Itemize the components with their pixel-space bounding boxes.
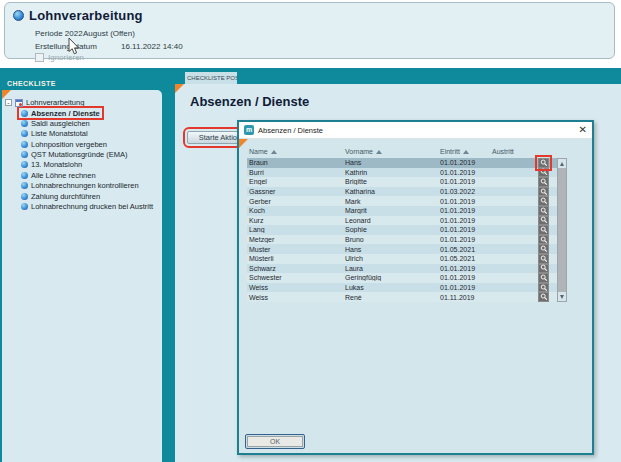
table-row[interactable]: EngelBrigitte01.01.2019 [247, 177, 559, 187]
sphere-icon [21, 110, 28, 117]
sidebar-item-alle-l-hne-rechnen[interactable]: Alle Löhne rechnen [19, 170, 98, 180]
table-row[interactable]: KurzLeonard01.01.2019 [247, 216, 559, 226]
magnifier-icon[interactable] [538, 225, 549, 235]
sidebar-item-saldi-ausgleichen[interactable]: Saldi ausgleichen [19, 118, 92, 128]
cell-vorname: René [343, 294, 438, 301]
close-icon[interactable]: ✕ [579, 125, 587, 135]
sidebar-item-absenzen-dienste[interactable]: Absenzen / Dienste [19, 108, 102, 118]
table-row[interactable]: GerberMark01.01.2019 [247, 196, 559, 206]
table-row[interactable]: SchwesterGeringfügig01.01.2019 [247, 273, 559, 283]
checklist-tree: - Lohnverarbeitung Absenzen / DiensteSal… [5, 97, 159, 212]
cell-name: Engel [247, 178, 343, 185]
cell-name: Weiss [247, 284, 343, 291]
table-row[interactable]: BurriKathrin01.01.2019 [247, 168, 559, 178]
sort-ascending-icon [463, 150, 469, 154]
employee-table: NameVornameEintrittAustritt BraunHans01.… [247, 145, 559, 302]
table-scrollbar[interactable] [557, 158, 567, 302]
magnifier-icon[interactable] [538, 158, 549, 168]
table-row[interactable]: MetzgerBruno01.01.2019 [247, 235, 559, 245]
sort-ascending-icon [376, 150, 382, 154]
cell-vorname: Leonard [343, 217, 438, 224]
column-header-name[interactable]: Name [247, 148, 343, 155]
cell-vorname: Brigitte [343, 178, 438, 185]
employee-table-body: BraunHans01.01.2019BurriKathrin01.01.201… [247, 158, 559, 302]
cell-name: Gassner [247, 188, 343, 195]
cell-eintritt: 01.01.2019 [438, 236, 490, 243]
ignore-checkbox[interactable] [35, 53, 44, 62]
tab-checkliste-pos[interactable]: CHECKLISTE POS... [185, 72, 237, 84]
absenzen-dialog: m Absenzen / Dienste ✕ NameVornameEintri… [237, 120, 594, 455]
table-row[interactable]: WeissRené01.11.2019 [247, 292, 559, 302]
sidebar-item-lohnabrechnungen-kontrollieren[interactable]: Lohnabrechnungen kontrollieren [19, 181, 141, 191]
cell-eintritt: 01.01.2019 [438, 169, 490, 176]
magnifier-icon[interactable] [538, 216, 549, 226]
periode-value: August (Offen) [83, 29, 135, 38]
cell-eintritt: 01.03.2022 [438, 188, 490, 195]
magnifier-icon[interactable] [538, 264, 549, 274]
created-value: 16.11.2022 14:40 [121, 42, 183, 51]
table-row[interactable]: BraunHans01.01.2019 [247, 158, 559, 168]
ok-button[interactable]: OK [245, 434, 305, 449]
sidebar-item-13-monatslohn[interactable]: 13. Monatslohn [19, 160, 84, 170]
tree-root-item[interactable]: - Lohnverarbeitung [5, 97, 159, 108]
scroll-down-icon[interactable] [558, 292, 566, 301]
magnifier-icon[interactable] [538, 187, 549, 197]
cell-eintritt: 01.01.2019 [438, 217, 490, 224]
magnifier-icon[interactable] [538, 196, 549, 206]
magnifier-icon[interactable] [538, 206, 549, 216]
magnifier-icon[interactable] [538, 235, 549, 245]
dialog-titlebar[interactable]: m Absenzen / Dienste ✕ [239, 122, 592, 139]
cell-name: Schwester [247, 274, 343, 281]
cell-eintritt: 01.11.2019 [438, 294, 490, 301]
sphere-icon [21, 120, 28, 127]
table-row[interactable]: WeissLukas01.01.2019 [247, 283, 559, 293]
magnifier-icon[interactable] [538, 273, 549, 283]
magnifier-icon[interactable] [538, 168, 549, 178]
table-row[interactable]: LangSophie01.01.2019 [247, 225, 559, 235]
cell-name: Muster [247, 246, 343, 253]
sidebar-item-label: Absenzen / Dienste [31, 109, 100, 118]
column-header-eintritt[interactable]: Eintritt [438, 148, 490, 155]
sphere-icon [21, 141, 28, 148]
app-window: Lohnverarbeitung Periode 2022 August (Of… [0, 0, 621, 462]
table-row[interactable]: KochMargrit01.01.2019 [247, 206, 559, 216]
payroll-sphere-icon [13, 10, 24, 21]
cell-eintritt: 01.05.2021 [438, 246, 490, 253]
sidebar-item-label: 13. Monatslohn [31, 160, 82, 169]
cell-vorname: Geringfügig [343, 274, 438, 281]
cell-eintritt: 01.01.2019 [438, 274, 490, 281]
payroll-doc-icon [15, 99, 23, 107]
cell-vorname: Mark [343, 198, 438, 205]
sort-ascending-icon [271, 150, 277, 154]
column-header-vorname[interactable]: Vorname [343, 148, 438, 155]
column-header-austritt[interactable]: Austritt [490, 148, 538, 155]
column-header-label: Austritt [492, 148, 514, 155]
table-row[interactable]: MusterHans01.05.2021 [247, 244, 559, 254]
column-header-label: Vorname [345, 148, 373, 155]
table-row[interactable]: MüsterliUlrich01.05.2021 [247, 254, 559, 264]
cell-name: Lang [247, 226, 343, 233]
period-header-panel: Lohnverarbeitung Periode 2022 August (Of… [4, 2, 615, 59]
sidebar-item-lohnabrechnung-drucken-bei-austritt[interactable]: Lohnabrechnung drucken bei Austritt [19, 202, 155, 212]
table-row[interactable]: SchwarzLaura01.01.2019 [247, 264, 559, 274]
magnifier-icon[interactable] [538, 244, 549, 254]
cell-eintritt: 01.05.2021 [438, 255, 490, 262]
magnifier-icon[interactable] [538, 283, 549, 293]
magnifier-icon[interactable] [538, 177, 549, 187]
sidebar-item-lohnposition-vergeben[interactable]: Lohnposition vergeben [19, 139, 109, 149]
cell-name: Metzger [247, 236, 343, 243]
cell-vorname: Hans [343, 246, 438, 253]
table-row[interactable]: GassnerKatharina01.03.2022 [247, 187, 559, 197]
sidebar-item-zahlung-durchf-hren[interactable]: Zahlung durchführen [19, 191, 102, 201]
cell-name: Weiss [247, 294, 343, 301]
magnifier-icon[interactable] [538, 254, 549, 264]
sidebar-item-label: Lohnabrechnung drucken bei Austritt [31, 202, 153, 211]
sidebar-item-label: Lohnabrechnungen kontrollieren [31, 181, 139, 190]
magnifier-icon[interactable] [538, 292, 549, 302]
sidebar-item-liste-monatstotal[interactable]: Liste Monatstotal [19, 129, 90, 139]
collapse-icon[interactable]: - [5, 99, 12, 106]
dialog-title: Absenzen / Dienste [258, 126, 323, 135]
cell-name: Burri [247, 169, 343, 176]
scroll-up-icon[interactable] [558, 159, 566, 168]
sidebar-item-qst-mutationsgr-nde-ema-[interactable]: QST Mutationsgründe (EMA) [19, 150, 130, 160]
